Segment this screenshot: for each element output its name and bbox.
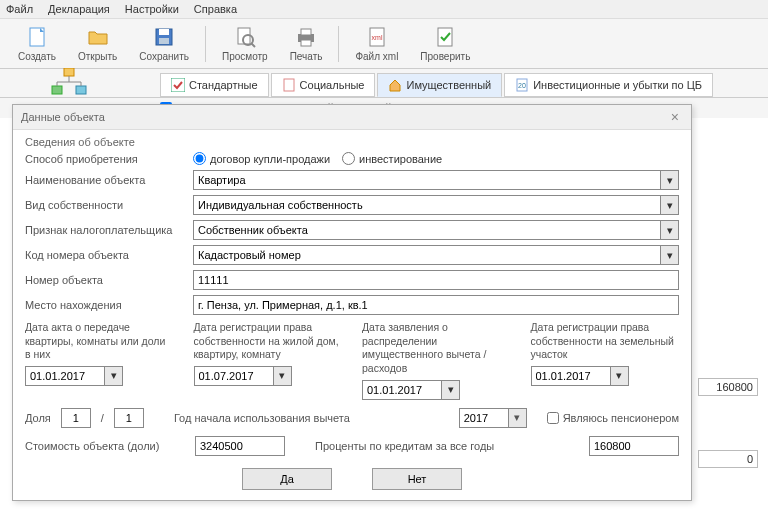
date-reg-land-input[interactable] [531, 366, 611, 386]
no-button[interactable]: Нет [372, 468, 462, 490]
svg-rect-12 [438, 28, 452, 46]
pensioner-checkbox[interactable] [547, 412, 559, 424]
obj-number-input[interactable] [193, 270, 679, 290]
tab-invest[interactable]: 20 Инвестиционные и убытки по ЦБ [504, 73, 713, 97]
create-button[interactable]: Создать [8, 23, 66, 64]
radio-invest[interactable]: инвестирование [342, 152, 442, 165]
svg-rect-3 [159, 38, 169, 44]
tab-social[interactable]: Социальные [271, 73, 376, 97]
interest-input[interactable] [589, 436, 679, 456]
object-data-dialog: Данные объекта × Сведения об объекте Спо… [12, 104, 692, 501]
chevron-down-icon[interactable]: ▾ [661, 220, 679, 240]
svg-line-6 [251, 43, 255, 47]
obj-number-label: Номер объекта [25, 274, 185, 286]
menu-file[interactable]: Файл [6, 3, 33, 15]
acq-method-label: Способ приобретения [25, 153, 185, 165]
yes-button[interactable]: Да [242, 468, 332, 490]
chevron-down-icon[interactable]: ▾ [661, 245, 679, 265]
menubar: Файл Декларация Настройки Справка [0, 0, 768, 19]
date-reg-home-input[interactable] [194, 366, 274, 386]
share-label: Доля [25, 412, 51, 424]
separator [205, 26, 206, 62]
date-act-input[interactable] [25, 366, 105, 386]
svg-rect-17 [64, 68, 74, 76]
xml-button[interactable]: xml Файл xml [345, 23, 408, 64]
printer-icon [294, 25, 318, 49]
dialog-title-text: Данные объекта [21, 111, 105, 123]
house-icon [388, 78, 402, 92]
year-label: Год начала использования вычета [174, 412, 350, 424]
svg-rect-8 [301, 29, 311, 35]
col3-label: Дата заявления о распределении имуществе… [362, 321, 511, 376]
interest-label: Проценты по кредитам за все годы [315, 440, 494, 452]
number-code-label: Код номера объекта [25, 249, 185, 261]
location-label: Место нахождения [25, 299, 185, 311]
close-icon[interactable]: × [667, 109, 683, 125]
taxpayer-sign-label: Признак налогоплательщика [25, 224, 185, 236]
view-button[interactable]: Просмотр [212, 23, 278, 64]
number-code-select[interactable] [193, 245, 661, 265]
preview-icon [233, 25, 257, 49]
svg-rect-2 [159, 29, 169, 35]
radio-contract[interactable]: договор купли-продажи [193, 152, 330, 165]
chevron-down-icon[interactable]: ▾ [661, 195, 679, 215]
chevron-down-icon[interactable]: ▾ [509, 408, 527, 428]
share-numerator[interactable] [61, 408, 91, 428]
bg-value-2: 0 [698, 450, 758, 468]
open-button[interactable]: Открыть [68, 23, 127, 64]
share-denominator[interactable] [114, 408, 144, 428]
svg-rect-19 [76, 86, 86, 94]
save-button[interactable]: Сохранить [129, 23, 199, 64]
col1-label: Дата акта о передаче квартиры, комнаты и… [25, 321, 174, 362]
document-new-icon [25, 25, 49, 49]
obj-name-label: Наименование объекта [25, 174, 185, 186]
tree-icon[interactable] [50, 68, 90, 98]
col4-label: Дата регистрации права собственности на … [531, 321, 680, 362]
check-icon [433, 25, 457, 49]
checkmark-icon [171, 78, 185, 92]
chevron-down-icon[interactable]: ▾ [661, 170, 679, 190]
chevron-down-icon[interactable]: ▾ [611, 366, 629, 386]
year-input[interactable] [459, 408, 509, 428]
menu-settings[interactable]: Настройки [125, 3, 179, 15]
toolbar: Создать Открыть Сохранить Просмотр Печат… [0, 19, 768, 69]
taxpayer-sign-select[interactable] [193, 220, 661, 240]
menu-help[interactable]: Справка [194, 3, 237, 15]
ownership-label: Вид собственности [25, 199, 185, 211]
print-button[interactable]: Печать [280, 23, 333, 64]
svg-text:20: 20 [518, 82, 526, 89]
folder-open-icon [86, 25, 110, 49]
svg-rect-9 [301, 40, 311, 46]
save-icon [152, 25, 176, 49]
section-heading: Сведения об объекте [25, 136, 679, 148]
tabbar: Стандартные Социальные Имущественный 20 … [0, 69, 768, 98]
cost-input[interactable] [195, 436, 285, 456]
date-statement-input[interactable] [362, 380, 442, 400]
chevron-down-icon[interactable]: ▾ [442, 380, 460, 400]
obj-name-select[interactable] [193, 170, 661, 190]
document-icon [282, 78, 296, 92]
svg-rect-13 [171, 78, 185, 92]
dialog-titlebar: Данные объекта × [13, 105, 691, 130]
tab-standard[interactable]: Стандартные [160, 73, 269, 97]
location-input[interactable] [193, 295, 679, 315]
col2-label: Дата регистрации права собственности на … [194, 321, 343, 362]
svg-rect-14 [284, 79, 294, 91]
ownership-select[interactable] [193, 195, 661, 215]
percent-icon: 20 [515, 78, 529, 92]
check-button[interactable]: Проверить [410, 23, 480, 64]
xml-file-icon: xml [365, 25, 389, 49]
menu-declaration[interactable]: Декларация [48, 3, 110, 15]
pensioner-checkbox-row[interactable]: Являюсь пенсионером [547, 412, 679, 424]
svg-text:xml: xml [371, 34, 382, 41]
tab-property[interactable]: Имущественный [377, 73, 502, 97]
separator [338, 26, 339, 62]
bg-value-1: 160800 [698, 378, 758, 396]
svg-rect-18 [52, 86, 62, 94]
chevron-down-icon[interactable]: ▾ [274, 366, 292, 386]
chevron-down-icon[interactable]: ▾ [105, 366, 123, 386]
cost-label: Стоимость объекта (доли) [25, 440, 185, 452]
